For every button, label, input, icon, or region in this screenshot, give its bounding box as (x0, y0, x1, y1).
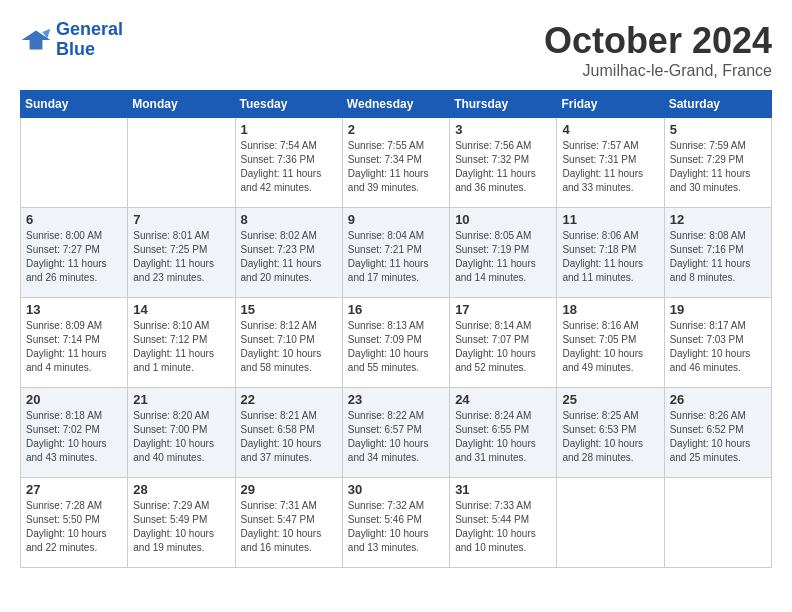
day-info: Sunrise: 7:31 AM Sunset: 5:47 PM Dayligh… (241, 499, 337, 555)
title-block: October 2024 Jumilhac-le-Grand, France (544, 20, 772, 80)
calendar-cell (21, 118, 128, 208)
day-info: Sunrise: 8:26 AM Sunset: 6:52 PM Dayligh… (670, 409, 766, 465)
calendar-cell: 5Sunrise: 7:59 AM Sunset: 7:29 PM Daylig… (664, 118, 771, 208)
day-number: 2 (348, 122, 444, 137)
calendar-cell: 7Sunrise: 8:01 AM Sunset: 7:25 PM Daylig… (128, 208, 235, 298)
calendar-cell: 24Sunrise: 8:24 AM Sunset: 6:55 PM Dayli… (450, 388, 557, 478)
day-info: Sunrise: 8:20 AM Sunset: 7:00 PM Dayligh… (133, 409, 229, 465)
day-info: Sunrise: 7:55 AM Sunset: 7:34 PM Dayligh… (348, 139, 444, 195)
day-number: 21 (133, 392, 229, 407)
day-info: Sunrise: 7:54 AM Sunset: 7:36 PM Dayligh… (241, 139, 337, 195)
day-info: Sunrise: 7:56 AM Sunset: 7:32 PM Dayligh… (455, 139, 551, 195)
location-title: Jumilhac-le-Grand, France (544, 62, 772, 80)
calendar-cell: 13Sunrise: 8:09 AM Sunset: 7:14 PM Dayli… (21, 298, 128, 388)
day-number: 30 (348, 482, 444, 497)
day-number: 6 (26, 212, 122, 227)
day-number: 16 (348, 302, 444, 317)
day-info: Sunrise: 8:14 AM Sunset: 7:07 PM Dayligh… (455, 319, 551, 375)
day-number: 28 (133, 482, 229, 497)
day-number: 24 (455, 392, 551, 407)
calendar-cell: 28Sunrise: 7:29 AM Sunset: 5:49 PM Dayli… (128, 478, 235, 568)
day-info: Sunrise: 8:24 AM Sunset: 6:55 PM Dayligh… (455, 409, 551, 465)
calendar-cell: 10Sunrise: 8:05 AM Sunset: 7:19 PM Dayli… (450, 208, 557, 298)
day-number: 8 (241, 212, 337, 227)
day-info: Sunrise: 8:06 AM Sunset: 7:18 PM Dayligh… (562, 229, 658, 285)
day-number: 12 (670, 212, 766, 227)
calendar-cell (557, 478, 664, 568)
day-number: 25 (562, 392, 658, 407)
day-number: 27 (26, 482, 122, 497)
col-saturday: Saturday (664, 91, 771, 118)
calendar-week-3: 20Sunrise: 8:18 AM Sunset: 7:02 PM Dayli… (21, 388, 772, 478)
logo: General Blue (20, 20, 123, 60)
calendar-cell: 12Sunrise: 8:08 AM Sunset: 7:16 PM Dayli… (664, 208, 771, 298)
day-number: 9 (348, 212, 444, 227)
day-number: 10 (455, 212, 551, 227)
day-number: 20 (26, 392, 122, 407)
day-info: Sunrise: 7:32 AM Sunset: 5:46 PM Dayligh… (348, 499, 444, 555)
calendar-cell: 30Sunrise: 7:32 AM Sunset: 5:46 PM Dayli… (342, 478, 449, 568)
day-number: 7 (133, 212, 229, 227)
day-number: 1 (241, 122, 337, 137)
day-number: 13 (26, 302, 122, 317)
calendar-cell: 22Sunrise: 8:21 AM Sunset: 6:58 PM Dayli… (235, 388, 342, 478)
col-monday: Monday (128, 91, 235, 118)
logo-line2: Blue (56, 39, 95, 59)
day-info: Sunrise: 7:59 AM Sunset: 7:29 PM Dayligh… (670, 139, 766, 195)
day-info: Sunrise: 7:29 AM Sunset: 5:49 PM Dayligh… (133, 499, 229, 555)
calendar-cell: 3Sunrise: 7:56 AM Sunset: 7:32 PM Daylig… (450, 118, 557, 208)
calendar-week-4: 27Sunrise: 7:28 AM Sunset: 5:50 PM Dayli… (21, 478, 772, 568)
calendar-cell (664, 478, 771, 568)
day-info: Sunrise: 8:13 AM Sunset: 7:09 PM Dayligh… (348, 319, 444, 375)
col-tuesday: Tuesday (235, 91, 342, 118)
day-number: 23 (348, 392, 444, 407)
day-info: Sunrise: 8:16 AM Sunset: 7:05 PM Dayligh… (562, 319, 658, 375)
calendar-cell: 26Sunrise: 8:26 AM Sunset: 6:52 PM Dayli… (664, 388, 771, 478)
calendar-week-1: 6Sunrise: 8:00 AM Sunset: 7:27 PM Daylig… (21, 208, 772, 298)
calendar-cell: 20Sunrise: 8:18 AM Sunset: 7:02 PM Dayli… (21, 388, 128, 478)
calendar-cell: 19Sunrise: 8:17 AM Sunset: 7:03 PM Dayli… (664, 298, 771, 388)
day-number: 18 (562, 302, 658, 317)
calendar-cell: 18Sunrise: 8:16 AM Sunset: 7:05 PM Dayli… (557, 298, 664, 388)
day-number: 11 (562, 212, 658, 227)
calendar-week-2: 13Sunrise: 8:09 AM Sunset: 7:14 PM Dayli… (21, 298, 772, 388)
day-number: 5 (670, 122, 766, 137)
col-friday: Friday (557, 91, 664, 118)
col-thursday: Thursday (450, 91, 557, 118)
month-title: October 2024 (544, 20, 772, 62)
logo-text: General Blue (56, 20, 123, 60)
day-info: Sunrise: 8:10 AM Sunset: 7:12 PM Dayligh… (133, 319, 229, 375)
day-info: Sunrise: 7:33 AM Sunset: 5:44 PM Dayligh… (455, 499, 551, 555)
logo-line1: General (56, 19, 123, 39)
day-info: Sunrise: 8:04 AM Sunset: 7:21 PM Dayligh… (348, 229, 444, 285)
day-number: 15 (241, 302, 337, 317)
day-number: 22 (241, 392, 337, 407)
calendar-cell: 6Sunrise: 8:00 AM Sunset: 7:27 PM Daylig… (21, 208, 128, 298)
calendar-cell: 23Sunrise: 8:22 AM Sunset: 6:57 PM Dayli… (342, 388, 449, 478)
day-info: Sunrise: 8:00 AM Sunset: 7:27 PM Dayligh… (26, 229, 122, 285)
header-row: Sunday Monday Tuesday Wednesday Thursday… (21, 91, 772, 118)
day-number: 14 (133, 302, 229, 317)
calendar-table: Sunday Monday Tuesday Wednesday Thursday… (20, 90, 772, 568)
calendar-cell: 9Sunrise: 8:04 AM Sunset: 7:21 PM Daylig… (342, 208, 449, 298)
calendar-cell: 31Sunrise: 7:33 AM Sunset: 5:44 PM Dayli… (450, 478, 557, 568)
day-info: Sunrise: 8:09 AM Sunset: 7:14 PM Dayligh… (26, 319, 122, 375)
calendar-cell: 11Sunrise: 8:06 AM Sunset: 7:18 PM Dayli… (557, 208, 664, 298)
calendar-cell: 25Sunrise: 8:25 AM Sunset: 6:53 PM Dayli… (557, 388, 664, 478)
day-info: Sunrise: 8:12 AM Sunset: 7:10 PM Dayligh… (241, 319, 337, 375)
day-info: Sunrise: 8:25 AM Sunset: 6:53 PM Dayligh… (562, 409, 658, 465)
calendar-cell: 14Sunrise: 8:10 AM Sunset: 7:12 PM Dayli… (128, 298, 235, 388)
calendar-cell: 17Sunrise: 8:14 AM Sunset: 7:07 PM Dayli… (450, 298, 557, 388)
day-info: Sunrise: 8:01 AM Sunset: 7:25 PM Dayligh… (133, 229, 229, 285)
calendar-cell (128, 118, 235, 208)
calendar-body: 1Sunrise: 7:54 AM Sunset: 7:36 PM Daylig… (21, 118, 772, 568)
day-info: Sunrise: 8:22 AM Sunset: 6:57 PM Dayligh… (348, 409, 444, 465)
calendar-cell: 1Sunrise: 7:54 AM Sunset: 7:36 PM Daylig… (235, 118, 342, 208)
day-number: 4 (562, 122, 658, 137)
day-number: 26 (670, 392, 766, 407)
calendar-cell: 27Sunrise: 7:28 AM Sunset: 5:50 PM Dayli… (21, 478, 128, 568)
logo-icon (20, 24, 52, 56)
calendar-cell: 16Sunrise: 8:13 AM Sunset: 7:09 PM Dayli… (342, 298, 449, 388)
calendar-week-0: 1Sunrise: 7:54 AM Sunset: 7:36 PM Daylig… (21, 118, 772, 208)
calendar-cell: 2Sunrise: 7:55 AM Sunset: 7:34 PM Daylig… (342, 118, 449, 208)
